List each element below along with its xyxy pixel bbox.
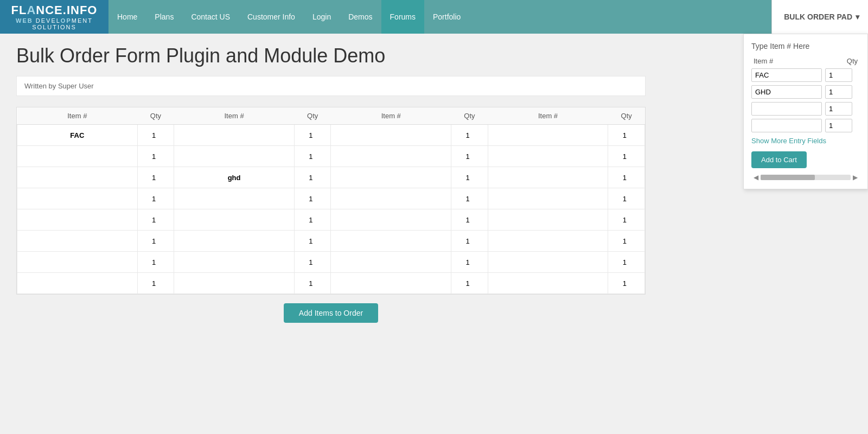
nav-item-portfolio[interactable]: Portfolio [424,0,469,34]
show-more-link[interactable]: Show More Entry Fields [751,137,860,145]
table-row [17,273,645,294]
nav-item-home[interactable]: Home [108,0,146,34]
panel-row-3 [751,119,860,132]
cell-item-3-1 [174,188,295,209]
input-item-7-2[interactable] [331,273,451,293]
input-qty-7-2[interactable] [451,273,484,293]
main-content: Bulk Order Form Plugin and Module Demo W… [0,34,662,342]
cell-item-6-1 [174,252,295,273]
input-qty-5-0[interactable] [138,231,170,251]
input-qty-1-2[interactable] [451,146,484,167]
panel-item-input-1[interactable] [751,85,822,99]
input-item-0-0[interactable] [17,125,137,145]
input-qty-3-2[interactable] [451,188,484,209]
input-qty-4-1[interactable] [295,209,327,230]
input-qty-7-1[interactable] [295,273,327,293]
input-item-0-3[interactable] [488,125,608,145]
input-qty-0-0[interactable] [138,125,170,145]
nav-item-customer-info[interactable]: Customer Info [239,0,304,34]
input-qty-3-0[interactable] [138,188,170,209]
nav-item-demos[interactable]: Demos [340,0,381,34]
nav-item-forums[interactable]: Forums [381,0,424,34]
input-item-6-0[interactable] [17,252,137,272]
input-qty-4-2[interactable] [451,209,484,230]
add-items-button[interactable]: Add Items to Order [284,303,378,323]
bulk-order-pad-button[interactable]: BULK ORDER PAD ▾ [771,0,868,34]
input-item-0-1[interactable] [174,125,294,145]
input-qty-4-0[interactable] [138,209,170,230]
input-qty-3-1[interactable] [295,188,327,209]
input-item-1-3[interactable] [488,146,608,167]
input-qty-7-0[interactable] [138,273,170,293]
panel-qty-input-1[interactable] [825,85,852,99]
panel-qty-input-0[interactable] [825,68,852,82]
input-qty-7-3[interactable] [608,273,641,293]
panel-qty-input-3[interactable] [825,119,852,132]
cell-qty-1-2 [451,146,488,167]
input-qty-5-3[interactable] [608,231,641,251]
input-item-3-3[interactable] [488,188,608,209]
nav-item-login[interactable]: Login [304,0,340,34]
table-row [17,231,645,252]
scrollbar-thumb [761,175,815,180]
input-item-6-3[interactable] [488,252,608,272]
input-item-2-3[interactable] [488,167,608,188]
input-qty-2-1[interactable] [295,167,327,188]
cell-qty-3-2 [451,188,488,209]
input-item-4-3[interactable] [488,209,608,230]
input-qty-2-3[interactable] [608,167,641,188]
input-qty-6-0[interactable] [138,252,170,272]
input-qty-6-1[interactable] [295,252,327,272]
input-item-5-2[interactable] [331,231,451,251]
input-item-1-2[interactable] [331,146,451,167]
input-qty-5-2[interactable] [451,231,484,251]
input-qty-1-1[interactable] [295,146,327,167]
panel-qty-input-2[interactable] [825,102,852,116]
scroll-right-icon[interactable]: ▶ [851,174,860,181]
input-qty-5-1[interactable] [295,231,327,251]
input-item-5-0[interactable] [17,231,137,251]
input-qty-0-1[interactable] [295,125,327,145]
scrollbar-track[interactable] [761,175,851,180]
input-qty-2-2[interactable] [451,167,484,188]
input-qty-1-0[interactable] [138,146,170,167]
nav-item-contact[interactable]: Contact US [182,0,239,34]
input-item-7-1[interactable] [174,273,294,293]
panel-item-input-3[interactable] [751,119,822,132]
nav-item-plans[interactable]: Plans [146,0,182,34]
input-item-2-1[interactable] [174,167,294,188]
cell-item-4-3 [488,209,608,231]
input-qty-0-3[interactable] [608,125,641,145]
input-item-5-3[interactable] [488,231,608,251]
input-item-3-0[interactable] [17,188,137,209]
add-to-cart-button[interactable]: Add to Cart [751,151,807,168]
input-qty-4-3[interactable] [608,209,641,230]
scroll-left-icon[interactable]: ◀ [751,174,761,181]
input-item-7-3[interactable] [488,273,608,293]
input-item-0-2[interactable] [331,125,451,145]
cell-qty-7-3 [608,273,645,294]
cell-item-2-1 [174,167,295,188]
input-qty-1-3[interactable] [608,146,641,167]
input-item-3-2[interactable] [331,188,451,209]
input-item-4-0[interactable] [17,209,137,230]
input-item-2-0[interactable] [17,167,137,188]
input-item-3-1[interactable] [174,188,294,209]
input-item-7-0[interactable] [17,273,137,293]
panel-item-input-2[interactable] [751,102,822,116]
input-qty-3-3[interactable] [608,188,641,209]
input-item-4-1[interactable] [174,209,294,230]
input-item-4-2[interactable] [331,209,451,230]
input-item-6-1[interactable] [174,252,294,272]
panel-item-input-0[interactable] [751,68,822,82]
input-item-2-2[interactable] [331,167,451,188]
input-qty-6-2[interactable] [451,252,484,272]
input-item-5-1[interactable] [174,231,294,251]
input-item-1-0[interactable] [17,146,137,167]
logo[interactable]: FLANCE.INFO WEB DEVELOPMENTSOLUTIONS [0,0,108,34]
input-qty-6-3[interactable] [608,252,641,272]
input-item-1-1[interactable] [174,146,294,167]
input-item-6-2[interactable] [331,252,451,272]
input-qty-2-0[interactable] [138,167,170,188]
input-qty-0-2[interactable] [451,125,484,145]
